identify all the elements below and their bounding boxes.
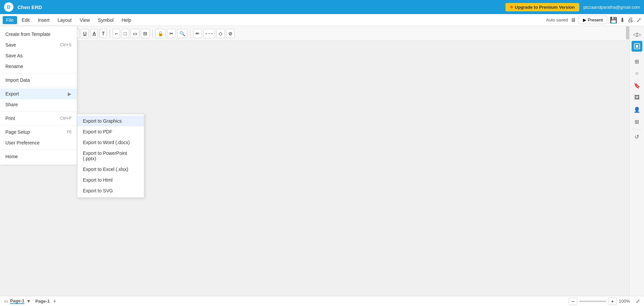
export-arrow-icon: ▶ [68, 91, 71, 97]
zoom-value: 100% [619, 299, 634, 304]
menu-file[interactable]: File [3, 16, 17, 24]
add-page-button[interactable]: + [53, 298, 56, 304]
layout-icon: ▭ [4, 299, 8, 304]
save-icon[interactable]: 💾 [610, 16, 617, 24]
page-tab[interactable]: Page-1 [10, 298, 24, 304]
status-bar: ▭ Page-1 ▼ Page-1 + − + 100% ⤢ [0, 296, 644, 306]
zoom-minus-button[interactable]: − [569, 298, 577, 305]
sidebar-shape-icon[interactable]: ○ [632, 68, 642, 79]
sidebar-grid-icon[interactable]: ⊞ [632, 56, 642, 67]
file-menu-print[interactable]: Print Ctrl+P [0, 113, 77, 124]
underline-button[interactable]: U [81, 29, 89, 38]
export-pptx-label: Export to PowerPoint (.pptx) [83, 150, 127, 161]
export-label: Export [5, 91, 19, 97]
export-excel-item[interactable]: Export to Excel (.xlsx) [77, 164, 144, 175]
shape-button[interactable]: ⊟ [141, 29, 150, 38]
print-shortcut: Ctrl+P [60, 116, 71, 121]
create-template-label: Create from Template [5, 32, 50, 37]
sidebar-table-icon[interactable]: ⊞ [632, 116, 642, 127]
file-menu-page-setup[interactable]: Page Setup F6 [0, 127, 77, 137]
zoom-controls: − + 100% ⤢ [569, 298, 640, 305]
sidebar-image-icon[interactable]: 🖼 [632, 92, 642, 103]
menu-edit[interactable]: Edit [18, 16, 33, 24]
menu-symbol[interactable]: Symbol [95, 16, 117, 24]
monitor-icon: 🖥 [571, 17, 576, 23]
export-graphics-item[interactable]: Export to Graphics [77, 116, 144, 126]
file-menu-export[interactable]: Export ▶ [0, 88, 77, 99]
zoom-plus-button[interactable]: + [608, 298, 617, 305]
page-selector: ▭ Page-1 ▼ Page-1 + [4, 298, 56, 304]
rounded-rect-button[interactable]: ▭ [130, 29, 140, 38]
text-box-button[interactable]: T [99, 29, 107, 38]
file-menu-share[interactable]: Share [0, 99, 77, 110]
export-excel-label: Export to Excel (.xlsx) [83, 167, 128, 172]
export-submenu: Export to Graphics Export to PDF Export … [77, 114, 144, 198]
file-menu-save[interactable]: Save Ctrl+S [0, 40, 77, 50]
page-setup-label: Page Setup [5, 129, 30, 135]
print-icon[interactable]: 🖨 [628, 16, 634, 23]
export-word-item[interactable]: Export to Word (.docx) [77, 137, 144, 148]
export-graphics-label: Export to Graphics [83, 118, 122, 124]
toolbar: Arial 12 B I U A T ⌐ □ ▭ ⊟ 🔒 ✂ 🔍 ✏ - - -… [0, 26, 644, 41]
font-color-button[interactable]: A [90, 29, 98, 38]
rename-label: Rename [5, 64, 23, 69]
autosaved-status: Auto saved 🖥 ▶ Present 💾 ⬇ 🖨 ⤢ [546, 16, 641, 24]
search-button[interactable]: 🔍 [177, 29, 187, 38]
sidebar-arrow-icon[interactable]: ◁▷ [632, 29, 642, 40]
menubar: File Edit Insert Layout View Symbol Help… [0, 14, 644, 26]
file-menu-home[interactable]: Home [0, 151, 77, 162]
export-word-label: Export to Word (.docx) [83, 140, 130, 145]
user-email: pizzaandparatha@gmail.com [583, 5, 640, 10]
cut-button[interactable]: ✂ [167, 29, 176, 38]
download-icon[interactable]: ⬇ [620, 16, 625, 24]
paint-button[interactable]: ⊘ [226, 29, 235, 38]
right-sidebar: ◁▷ ⊞ ○ 🔖 🖼 👤 ⊞ ↺ [629, 26, 644, 296]
export-svg-label: Export to SVG [83, 188, 113, 193]
upgrade-button[interactable]: Upgrade to Premium Version [505, 3, 579, 11]
menu-view[interactable]: View [76, 16, 93, 24]
connector-button[interactable]: ⌐ [113, 29, 120, 38]
present-button[interactable]: ▶ Present [579, 16, 607, 24]
app-logo: D [4, 2, 13, 12]
file-menu-rename[interactable]: Rename [0, 61, 77, 72]
svg-rect-1 [636, 45, 638, 48]
app-title: Chen ERD [17, 4, 42, 10]
file-menu-import-data[interactable]: Import Data [0, 75, 77, 85]
export-html-label: Export to Html [83, 177, 113, 183]
export-pdf-item[interactable]: Export to PDF [77, 126, 144, 137]
menu-help[interactable]: Help [118, 16, 135, 24]
export-html-item[interactable]: Export to Html [77, 175, 144, 185]
save-label: Save [5, 42, 16, 48]
file-menu-create-template[interactable]: Create from Template [0, 29, 77, 40]
share-icon[interactable]: ⤢ [636, 16, 641, 24]
sidebar-person-icon[interactable]: 👤 [632, 104, 642, 115]
play-icon: ▶ [583, 17, 586, 22]
autosaved-label: Auto saved [546, 17, 568, 22]
print-label: Print [5, 116, 15, 121]
import-data-label: Import Data [5, 77, 30, 83]
dashed-button[interactable]: - - - [203, 29, 215, 38]
menu-layout[interactable]: Layout [54, 16, 75, 24]
logo-text: D [7, 4, 10, 10]
menu-insert[interactable]: Insert [35, 16, 53, 24]
file-menu-user-preference[interactable]: User Preference [0, 137, 77, 148]
scrollbar-thumb[interactable] [626, 26, 629, 40]
fill-button[interactable]: ◇ [216, 29, 225, 38]
export-pdf-label: Export to PDF [83, 129, 112, 134]
pen-button[interactable]: ✏ [193, 29, 202, 38]
zoom-slider[interactable] [579, 301, 606, 302]
user-preference-label: User Preference [5, 140, 40, 145]
fullscreen-button[interactable]: ⤢ [636, 298, 640, 304]
sidebar-layers-icon[interactable] [632, 41, 642, 52]
file-menu-save-as[interactable]: Save As [0, 50, 77, 61]
vertical-scrollbar[interactable] [626, 26, 629, 296]
chevron-down-icon[interactable]: ▼ [26, 299, 31, 304]
export-pptx-item[interactable]: Export to PowerPoint (.pptx) [77, 148, 144, 164]
sidebar-undo-icon[interactable]: ↺ [632, 131, 642, 142]
share-label: Share [5, 102, 18, 107]
rect-button[interactable]: □ [121, 29, 129, 38]
lock-button[interactable]: 🔒 [155, 29, 166, 38]
sidebar-bookmark-icon[interactable]: 🔖 [632, 80, 642, 91]
export-svg-item[interactable]: Export to SVG [77, 185, 144, 196]
save-shortcut: Ctrl+S [60, 43, 71, 47]
